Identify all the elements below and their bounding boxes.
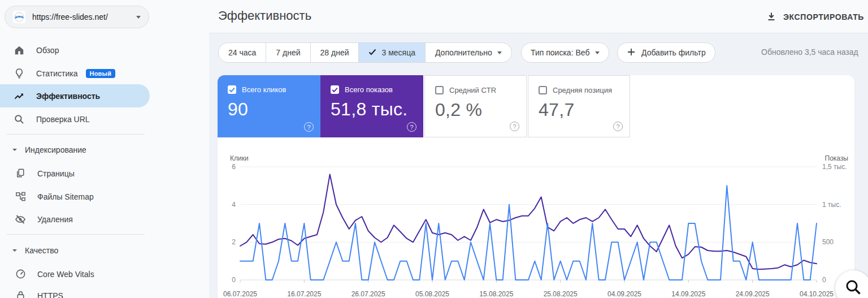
sidebar-item-label: Файлы Sitemap bbox=[37, 192, 94, 201]
last-updated-text: Обновлено 3,5 часа назад bbox=[761, 47, 858, 57]
help-icon[interactable]: ? bbox=[510, 122, 519, 131]
sidebar-item-removals[interactable]: Удаления bbox=[0, 208, 150, 231]
metric-label: Средний CTR bbox=[449, 86, 496, 94]
range-3m-selected[interactable]: 3 месяца bbox=[359, 43, 425, 62]
svg-text:1,5 тыс.: 1,5 тыс. bbox=[822, 163, 847, 171]
svg-text:Клики: Клики bbox=[230, 154, 249, 162]
date-range-tabs: 24 часа 7 дней 28 дней 3 месяца Дополнит… bbox=[218, 42, 512, 63]
search-icon bbox=[14, 114, 25, 125]
performance-panel: Всего кликов 90 ? Всего показов 51,8 тыс… bbox=[218, 75, 854, 298]
eye-off-icon bbox=[15, 214, 26, 225]
site-favicon-icon bbox=[13, 11, 25, 23]
section-collapse-icon bbox=[12, 249, 17, 252]
svg-text:06.07.2025: 06.07.2025 bbox=[223, 290, 257, 298]
metric-card-average-ctr[interactable]: Средний CTR 0,2 % ? bbox=[424, 75, 527, 137]
sidebar-item-label: Удаления bbox=[37, 215, 73, 224]
sidebar-section-indexing[interactable]: Индексирование bbox=[12, 139, 86, 161]
magnifier-icon bbox=[844, 278, 862, 298]
property-selector[interactable]: https://free-slides.net/ bbox=[5, 6, 149, 28]
sidebar-item-url-inspection[interactable]: Проверка URL bbox=[0, 107, 150, 131]
download-icon bbox=[766, 11, 776, 23]
search-type-dropdown[interactable]: Тип поиска: Веб bbox=[521, 42, 609, 63]
help-icon[interactable]: ? bbox=[613, 122, 623, 131]
range-28d[interactable]: 28 дней bbox=[311, 43, 359, 62]
svg-text:2: 2 bbox=[232, 238, 236, 246]
chevron-down-icon bbox=[497, 51, 502, 54]
sidebar-item-label: Статистика bbox=[36, 69, 78, 78]
metric-value: 51,8 тыс. bbox=[331, 99, 423, 120]
sidebar-item-label: Эффективность bbox=[36, 92, 100, 101]
svg-text:16.07.2025: 16.07.2025 bbox=[287, 290, 321, 298]
new-badge: Новый bbox=[86, 69, 116, 78]
sidebar-item-core-web-vitals[interactable]: Core Web Vitals bbox=[0, 262, 150, 286]
property-url: https://free-slides.net/ bbox=[32, 12, 129, 21]
section-collapse-icon bbox=[12, 149, 17, 151]
checkbox-checked[interactable] bbox=[228, 85, 236, 94]
checkbox-checked[interactable] bbox=[331, 85, 339, 94]
sidebar-item-performance[interactable]: Эффективность bbox=[0, 84, 150, 107]
metric-value: 0,2 % bbox=[435, 100, 526, 120]
svg-text:04.09.2025: 04.09.2025 bbox=[607, 290, 641, 298]
svg-text:14.09.2025: 14.09.2025 bbox=[671, 290, 705, 298]
metric-card-total-clicks[interactable]: Всего кликов 90 ? bbox=[218, 75, 320, 137]
help-icon[interactable]: ? bbox=[407, 122, 416, 132]
sidebar-item-pages[interactable]: Страницы bbox=[0, 162, 150, 185]
range-24h[interactable]: 24 часа bbox=[219, 43, 266, 62]
plus-icon bbox=[627, 47, 636, 58]
sidebar-item-label: Страницы bbox=[37, 169, 75, 178]
svg-text:04.10.2025: 04.10.2025 bbox=[800, 290, 834, 298]
home-icon bbox=[14, 45, 25, 56]
search-type-label: Тип поиска: Веб bbox=[531, 48, 589, 57]
svg-text:26.07.2025: 26.07.2025 bbox=[351, 290, 385, 298]
sidebar-item-sitemaps[interactable]: Файлы Sitemap bbox=[0, 185, 150, 208]
sidebar-section-experience[interactable]: Качество bbox=[12, 240, 58, 261]
svg-text:25.08.2025: 25.08.2025 bbox=[544, 290, 578, 298]
metric-card-average-position[interactable]: Средняя позиция 47,7 ? bbox=[528, 75, 630, 137]
range-label: 3 месяца bbox=[381, 48, 415, 57]
chevron-down-icon bbox=[136, 16, 141, 19]
sidebar-item-overview[interactable]: Обзор bbox=[0, 38, 150, 62]
export-button[interactable]: ЭКСПОРТИРОВАТЬ bbox=[766, 9, 864, 25]
metric-label: Всего показов bbox=[345, 85, 393, 94]
sidebar-divider bbox=[7, 234, 145, 235]
chevron-down-icon bbox=[595, 51, 600, 54]
sidebar-item-insights[interactable]: Статистика Новый bbox=[0, 62, 150, 85]
header-divider bbox=[209, 33, 868, 33]
svg-text:15.08.2025: 15.08.2025 bbox=[479, 290, 513, 298]
trending-up-icon bbox=[14, 90, 25, 102]
check-icon bbox=[368, 48, 376, 57]
lightbulb-icon bbox=[14, 68, 25, 79]
metric-label: Средняя позиция bbox=[553, 86, 612, 94]
sidebar-item-label: Проверка URL bbox=[36, 115, 90, 124]
gauge-icon bbox=[15, 269, 26, 280]
range-more-dropdown[interactable]: Дополнительно bbox=[426, 43, 511, 62]
svg-text:0: 0 bbox=[822, 276, 826, 284]
more-label: Дополнительно bbox=[435, 48, 492, 57]
svg-text:500: 500 bbox=[822, 238, 834, 246]
svg-text:6: 6 bbox=[232, 163, 236, 171]
sitemap-icon bbox=[15, 191, 26, 202]
add-filter-button[interactable]: Добавить фильтр bbox=[617, 42, 715, 63]
lock-icon bbox=[15, 290, 26, 298]
sidebar-item-label: Core Web Vitals bbox=[37, 270, 94, 279]
help-icon[interactable]: ? bbox=[304, 122, 314, 132]
checkbox-unchecked[interactable] bbox=[435, 86, 444, 94]
svg-text:0: 0 bbox=[232, 276, 236, 284]
add-filter-label: Добавить фильтр bbox=[641, 48, 706, 57]
performance-chart[interactable]: 00250041 тыс.61,5 тыс.КликиПоказы06.07.2… bbox=[218, 137, 854, 298]
checkbox-unchecked[interactable] bbox=[539, 86, 547, 94]
svg-text:24.09.2025: 24.09.2025 bbox=[736, 290, 770, 298]
svg-text:1 тыс.: 1 тыс. bbox=[822, 201, 841, 209]
sidebar-item-https[interactable]: HTTPS bbox=[0, 284, 150, 298]
sidebar-divider bbox=[7, 134, 145, 135]
export-label: ЭКСПОРТИРОВАТЬ bbox=[783, 12, 864, 21]
range-7d[interactable]: 7 дней bbox=[266, 43, 310, 62]
section-label: Качество bbox=[25, 246, 58, 255]
section-label: Индексирование bbox=[25, 145, 86, 154]
page-title: Эффективность bbox=[218, 8, 311, 23]
sidebar-item-label: Обзор bbox=[36, 46, 59, 55]
metric-value: 47,7 bbox=[539, 100, 630, 120]
metric-card-total-impressions[interactable]: Всего показов 51,8 тыс. ? bbox=[320, 75, 423, 137]
svg-text:05.08.2025: 05.08.2025 bbox=[415, 290, 449, 298]
metric-value: 90 bbox=[228, 99, 320, 120]
